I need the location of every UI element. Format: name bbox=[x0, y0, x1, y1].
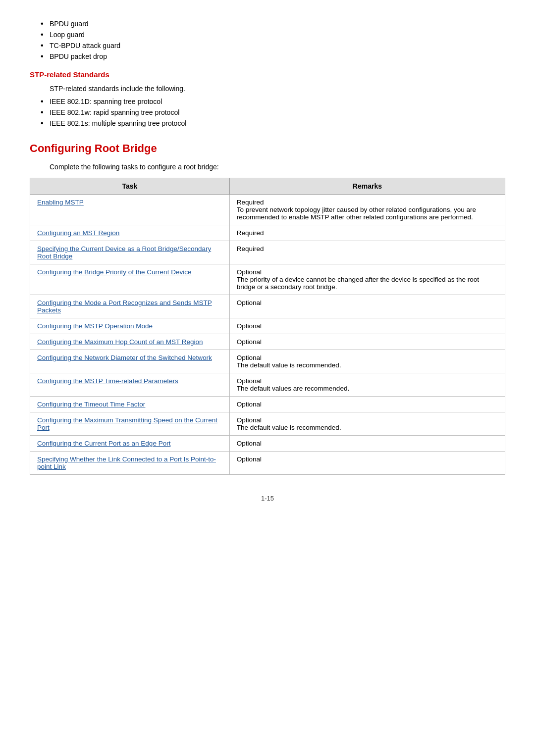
task-link[interactable]: Configuring the MSTP Operation Mode bbox=[37, 322, 153, 330]
table-cell-remarks: Optional bbox=[229, 318, 505, 334]
task-link[interactable]: Configuring the Network Diameter of the … bbox=[37, 354, 212, 361]
table-row: Configuring the Timeout Time FactorOptio… bbox=[30, 397, 505, 412]
bullet-item-tc-bpdu: TC-BPDU attack guard bbox=[50, 42, 505, 50]
top-bullet-list: BPDU guard Loop guard TC-BPDU attack gua… bbox=[50, 20, 505, 60]
page-number: 1-15 bbox=[30, 495, 505, 502]
table-row: Configuring the Bridge Priority of the C… bbox=[30, 264, 505, 295]
table-cell-remarks: Required bbox=[229, 241, 505, 264]
table-header-remarks: Remarks bbox=[229, 178, 505, 195]
stp-item-1d: IEEE 802.1D: spanning tree protocol bbox=[50, 98, 505, 105]
table-cell-task: Configuring the MSTP Operation Mode bbox=[30, 318, 230, 334]
table-cell-remarks: Optional bbox=[229, 295, 505, 318]
table-cell-task: Configuring the Timeout Time Factor bbox=[30, 397, 230, 412]
table-row: Configuring the Mode a Port Recognizes a… bbox=[30, 295, 505, 318]
task-link[interactable]: Configuring an MST Region bbox=[37, 229, 119, 237]
table-cell-remarks: OptionalThe default values are recommend… bbox=[229, 373, 505, 397]
table-cell-remarks: RequiredTo prevent network topology jitt… bbox=[229, 195, 505, 225]
table-cell-task: Enabling MSTP bbox=[30, 195, 230, 225]
main-section-intro: Complete the following tasks to configur… bbox=[50, 163, 505, 171]
table-cell-task: Specifying Whether the Link Connected to… bbox=[30, 452, 230, 475]
task-link[interactable]: Configuring the Bridge Priority of the C… bbox=[37, 268, 191, 276]
bullet-item-bpdu-guard: BPDU guard bbox=[50, 20, 505, 28]
table-row: Configuring the MSTP Operation ModeOptio… bbox=[30, 318, 505, 334]
task-link[interactable]: Configuring the MSTP Time-related Parame… bbox=[37, 377, 178, 385]
table-cell-task: Configuring the Maximum Transmitting Spe… bbox=[30, 412, 230, 436]
table-cell-task: Configuring an MST Region bbox=[30, 225, 230, 241]
table-row: Enabling MSTPRequiredTo prevent network … bbox=[30, 195, 505, 225]
table-cell-task: Configuring the Current Port as an Edge … bbox=[30, 436, 230, 452]
bullet-item-bpdu-drop: BPDU packet drop bbox=[50, 52, 505, 60]
task-link[interactable]: Enabling MSTP bbox=[37, 199, 84, 206]
table-row: Specifying Whether the Link Connected to… bbox=[30, 452, 505, 475]
stp-standards-list: IEEE 802.1D: spanning tree protocol IEEE… bbox=[50, 98, 505, 127]
table-cell-remarks: Required bbox=[229, 225, 505, 241]
table-row: Configuring the Current Port as an Edge … bbox=[30, 436, 505, 452]
main-section-heading: Configuring Root Bridge bbox=[30, 142, 505, 155]
table-cell-remarks: Optional bbox=[229, 334, 505, 350]
config-table: Task Remarks Enabling MSTPRequiredTo pre… bbox=[30, 178, 505, 475]
table-cell-remarks: Optional bbox=[229, 436, 505, 452]
stp-standards-heading: STP-related Standards bbox=[30, 70, 505, 79]
table-row: Configuring the Maximum Transmitting Spe… bbox=[30, 412, 505, 436]
table-cell-task: Specifying the Current Device as a Root … bbox=[30, 241, 230, 264]
task-link[interactable]: Configuring the Maximum Transmitting Spe… bbox=[37, 416, 217, 431]
task-link[interactable]: Configuring the Maximum Hop Count of an … bbox=[37, 338, 203, 346]
table-cell-remarks: OptionalThe default value is recommended… bbox=[229, 350, 505, 373]
stp-item-1s: IEEE 802.1s: multiple spanning tree prot… bbox=[50, 119, 505, 127]
table-cell-remarks: OptionalThe default value is recommended… bbox=[229, 412, 505, 436]
stp-standards-intro: STP-related standards include the follow… bbox=[50, 85, 505, 93]
table-row: Configuring the Network Diameter of the … bbox=[30, 350, 505, 373]
table-cell-remarks: OptionalThe priority of a device cannot … bbox=[229, 264, 505, 295]
task-link[interactable]: Configuring the Timeout Time Factor bbox=[37, 401, 145, 408]
table-cell-remarks: Optional bbox=[229, 397, 505, 412]
task-link[interactable]: Configuring the Current Port as an Edge … bbox=[37, 440, 170, 447]
table-cell-remarks: Optional bbox=[229, 452, 505, 475]
task-link[interactable]: Specifying the Current Device as a Root … bbox=[37, 245, 211, 260]
table-cell-task: Configuring the MSTP Time-related Parame… bbox=[30, 373, 230, 397]
table-cell-task: Configuring the Bridge Priority of the C… bbox=[30, 264, 230, 295]
task-link[interactable]: Configuring the Mode a Port Recognizes a… bbox=[37, 299, 212, 314]
table-cell-task: Configuring the Mode a Port Recognizes a… bbox=[30, 295, 230, 318]
stp-item-1w: IEEE 802.1w: rapid spanning tree protoco… bbox=[50, 108, 505, 116]
bullet-item-loop-guard: Loop guard bbox=[50, 31, 505, 39]
table-cell-task: Configuring the Maximum Hop Count of an … bbox=[30, 334, 230, 350]
table-row: Configuring an MST RegionRequired bbox=[30, 225, 505, 241]
table-row: Specifying the Current Device as a Root … bbox=[30, 241, 505, 264]
table-row: Configuring the Maximum Hop Count of an … bbox=[30, 334, 505, 350]
table-header-task: Task bbox=[30, 178, 230, 195]
task-link[interactable]: Specifying Whether the Link Connected to… bbox=[37, 455, 216, 470]
table-row: Configuring the MSTP Time-related Parame… bbox=[30, 373, 505, 397]
table-cell-task: Configuring the Network Diameter of the … bbox=[30, 350, 230, 373]
